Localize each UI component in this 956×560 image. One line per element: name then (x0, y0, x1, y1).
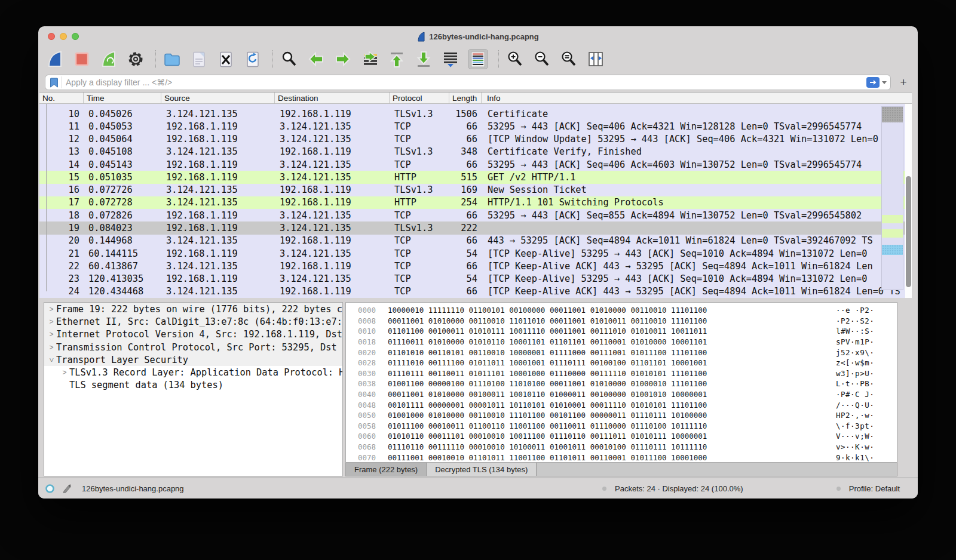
packet-row-10[interactable]: 100.0450263.124.121.135192.168.1.119TLSv… (39, 107, 912, 120)
packet-row-17[interactable]: 170.0727283.124.121.135192.168.1.119HTTP… (39, 196, 912, 209)
packet-row-18[interactable]: 180.072826192.168.1.1193.124.121.135TCP6… (39, 209, 912, 221)
packet-row-12[interactable]: 120.045064192.168.1.1193.124.121.135TCP6… (39, 133, 912, 146)
filter-dropdown-caret[interactable] (882, 81, 887, 84)
start-capture-button[interactable] (45, 50, 65, 69)
detail-line[interactable]: >Transport Layer Security (44, 353, 342, 366)
packet-row-20[interactable]: 200.1449683.124.121.135192.168.1.119TCP6… (39, 235, 912, 247)
column-header-protocol[interactable]: Protocol (390, 93, 449, 103)
open-file-button[interactable] (163, 50, 182, 69)
cell-source: 192.168.1.119 (161, 223, 275, 233)
column-header-length[interactable]: Length (449, 93, 482, 103)
packet-row-21[interactable]: 2160.144115192.168.1.1193.124.121.135TCP… (39, 247, 912, 260)
bytes-row-0008[interactable]: 000800011001 01010000 00110010 11011010 … (346, 316, 897, 327)
packet-list-scrollbar[interactable] (905, 104, 912, 298)
detail-text: Transport Layer Security (56, 355, 342, 365)
bytes-row-0040[interactable]: 004000011001 01010000 00100011 10010110 … (346, 389, 897, 400)
capture-options-button[interactable] (126, 50, 145, 69)
bytes-row-0000[interactable]: 000010000010 11111110 01100101 00100000 … (346, 305, 897, 316)
bytes-row-0070[interactable]: 007000111001 00010010 01101011 11001100 … (346, 452, 897, 463)
bytes-row-0050[interactable]: 005001001000 01010000 00110010 11101100 … (346, 410, 897, 421)
bytes-row-0018[interactable]: 001801110011 01010000 01010110 10001101 … (346, 337, 897, 347)
detail-line[interactable]: TLS segment data (134 bytes) (44, 379, 342, 392)
zoom-100-button[interactable] (559, 50, 578, 69)
column-header-info[interactable]: Info (482, 93, 912, 103)
zoom-out-button[interactable] (532, 50, 551, 69)
magnifier-equals-icon (560, 51, 577, 67)
profile-label[interactable]: Profile: Default (849, 484, 900, 493)
filter-bookmark-icon[interactable] (48, 76, 62, 88)
expert-info-icon[interactable] (45, 484, 55, 494)
bytes-row-0058[interactable]: 005801011100 00010011 01100110 11001100 … (346, 421, 897, 432)
bytes-row-0028[interactable]: 002801111010 00111100 01011011 10001001 … (346, 358, 897, 368)
add-filter-button[interactable]: + (896, 75, 911, 90)
expander-closed-icon[interactable]: > (60, 368, 69, 377)
expander-closed-icon[interactable]: > (47, 305, 56, 313)
cell-info: [TCP Keep-Alive ACK] 443 → 53295 [ACK] S… (482, 261, 912, 272)
cell-time: 60.144115 (84, 248, 161, 259)
cell-source: 192.168.1.119 (161, 248, 275, 259)
expander-closed-icon[interactable]: > (47, 318, 56, 326)
bytes-row-0068[interactable]: 006801110110 00111110 00010010 10100011 … (346, 442, 897, 453)
reload-file-button[interactable] (243, 50, 262, 69)
bytes-row-0030[interactable]: 003001110111 00110011 01011101 10001000 … (346, 368, 897, 379)
auto-scroll-button[interactable] (441, 50, 460, 69)
cell-info: Certificate (482, 109, 912, 119)
packet-row-15[interactable]: 150.051035192.168.1.1193.124.121.135HTTP… (39, 171, 912, 183)
cell-source: 3.124.121.135 (161, 286, 275, 297)
zoom-in-button[interactable] (505, 50, 525, 69)
bytes-tab-frame[interactable]: Frame (222 bytes) (346, 463, 427, 476)
packet-row-19[interactable]: 190.084023192.168.1.1193.124.121.135TLSv… (39, 221, 912, 234)
last-packet-button[interactable] (414, 50, 433, 69)
packet-row-24[interactable]: 24120.4344683.124.121.135192.168.1.119TC… (39, 285, 912, 298)
packet-row-23[interactable]: 23120.413035192.168.1.1193.124.121.135TC… (39, 272, 912, 285)
detail-line[interactable]: >Ethernet II, Src: CalDigit_13:e7:8c (64… (44, 315, 342, 328)
bytes-row-0038[interactable]: 003801001100 00000100 01110100 11010100 … (346, 379, 897, 389)
bytes-row-0048[interactable]: 004800101111 00000001 00001011 10110101 … (346, 399, 897, 410)
expander-closed-icon[interactable]: > (47, 330, 56, 339)
expander-open-icon[interactable]: > (47, 355, 56, 365)
packet-row-16[interactable]: 160.0727263.124.121.135192.168.1.119TLSv… (39, 184, 912, 196)
detail-line[interactable]: >Frame 19: 222 bytes on wire (1776 bits)… (44, 303, 342, 315)
expander-closed-icon[interactable]: > (47, 343, 56, 352)
packet-row-13[interactable]: 130.0451083.124.121.135192.168.1.119TLSv… (39, 146, 912, 158)
go-to-packet-button[interactable] (360, 50, 379, 69)
resize-columns-button[interactable] (586, 50, 605, 69)
next-packet-button[interactable] (333, 50, 353, 69)
column-header-destination[interactable]: Destination (275, 93, 390, 103)
intelligent-scrollbar-minimap[interactable] (881, 106, 903, 290)
cell-source: 3.124.121.135 (161, 235, 275, 246)
detail-line[interactable]: >Internet Protocol Version 4, Src: 192.1… (44, 328, 342, 341)
detail-line[interactable]: >TLSv1.3 Record Layer: Application Data … (44, 366, 342, 379)
packet-row-22[interactable]: 2260.4138673.124.121.135192.168.1.119TCP… (39, 260, 912, 272)
packet-row-11[interactable]: 110.045053192.168.1.1193.124.121.135TCP6… (39, 120, 912, 133)
stop-capture-button[interactable] (72, 50, 91, 69)
previous-packet-button[interactable] (307, 50, 326, 69)
packet-row-14[interactable]: 140.045143192.168.1.1193.124.121.135TCP6… (39, 158, 912, 171)
cell-time: 0.045064 (84, 134, 161, 144)
restart-capture-button[interactable] (99, 50, 118, 69)
cell-source: 3.124.121.135 (161, 109, 275, 119)
cell-source: 192.168.1.119 (161, 134, 275, 144)
save-file-button[interactable] (189, 50, 209, 69)
display-filter-input[interactable]: Apply a display filter ... <⌘/> (45, 75, 891, 90)
cell-length: 54 (449, 248, 482, 259)
stop-square-icon (74, 51, 90, 67)
bytes-tab-decrypted[interactable]: Decrypted TLS (134 bytes) (427, 463, 537, 476)
column-header-no[interactable]: No. (39, 93, 84, 103)
bytes-row-0020[interactable]: 002001101010 00110101 00110010 10000001 … (346, 347, 897, 358)
column-header-source[interactable]: Source (161, 93, 275, 103)
find-packet-button[interactable] (280, 50, 299, 69)
detail-line[interactable]: >Transmission Control Protocol, Src Port… (44, 341, 342, 353)
cell-info: New Session Ticket (482, 184, 912, 195)
scrollbar-thumb[interactable] (906, 176, 911, 287)
colorize-packets-button[interactable] (468, 49, 488, 69)
first-packet-button[interactable] (387, 50, 406, 69)
capture-comment-icon[interactable] (62, 484, 71, 494)
reload-document-icon (246, 51, 259, 67)
apply-filter-button[interactable] (866, 77, 880, 88)
cell-length: 66 (449, 159, 482, 170)
close-file-button[interactable] (216, 50, 235, 69)
bytes-row-0060[interactable]: 006001010110 00011101 00010010 10011100 … (346, 431, 897, 442)
column-header-time[interactable]: Time (84, 93, 161, 103)
bytes-row-0010[interactable]: 001001101100 00100011 01010111 10011110 … (346, 326, 897, 337)
